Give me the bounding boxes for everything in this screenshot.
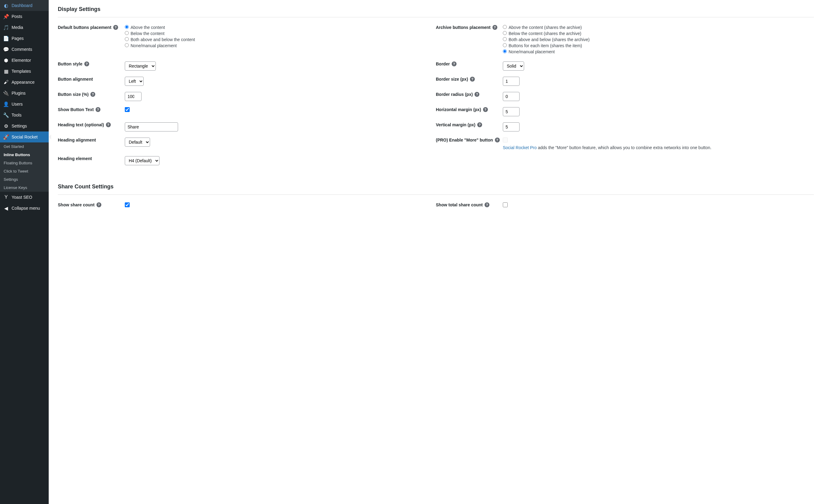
sidebar-item-settings[interactable]: ⚙Settings (0, 121, 49, 132)
help-icon[interactable]: ? (106, 122, 111, 127)
sidebar-item-comments[interactable]: 💬Comments (0, 44, 49, 55)
sidebar-item-label: Users (12, 102, 23, 107)
sidebar-item-label: Social Rocket (12, 135, 38, 139)
radio-archive-both[interactable] (503, 37, 507, 41)
radio-below-content[interactable] (125, 31, 129, 35)
label-enable-more: (PRO) Enable "More" button (436, 138, 493, 142)
help-icon[interactable]: ? (84, 61, 89, 66)
brush-icon: 🖌 (3, 79, 9, 85)
label-heading-text: Heading text (optional) (58, 122, 104, 127)
select-button-alignment[interactable]: Left (125, 77, 144, 86)
checkbox-show-total-share-count[interactable] (503, 202, 508, 207)
main-content: Display Settings Default buttons placeme… (49, 0, 823, 504)
input-border-radius[interactable] (503, 92, 519, 101)
radio-archive-above[interactable] (503, 25, 507, 29)
submenu-license-keys[interactable]: License Keys (0, 183, 49, 192)
submenu-inline-buttons[interactable]: Inline Buttons (0, 151, 49, 159)
media-icon: 🎵 (3, 24, 9, 30)
sidebar-item-label: Posts (12, 14, 22, 19)
comment-icon: 💬 (3, 46, 9, 52)
sidebar-item-tools[interactable]: 🔧Tools (0, 110, 49, 121)
sidebar-item-users[interactable]: 👤Users (0, 99, 49, 110)
label-show-share-count: Show share count (58, 202, 95, 207)
sidebar-item-dashboard[interactable]: ◐Dashboard (0, 0, 49, 11)
help-icon[interactable]: ? (495, 138, 500, 142)
sidebar-item-label: Appearance (12, 80, 35, 85)
help-icon[interactable]: ? (97, 202, 101, 207)
submenu-label: Inline Buttons (4, 153, 30, 157)
label-default-placement: Default buttons placement (58, 25, 112, 30)
label-vertical-margin: Vertical margin (px) (436, 122, 475, 127)
sidebar-item-plugins[interactable]: 🔌Plugins (0, 88, 49, 99)
radio-archive-none[interactable] (503, 49, 507, 53)
radio-archive-below[interactable] (503, 31, 507, 35)
submenu-get-started[interactable]: Get Started (0, 142, 49, 151)
section-title-display: Display Settings (58, 6, 814, 17)
submenu-settings[interactable]: Settings (0, 175, 49, 183)
label-border-radius: Border radius (px) (436, 92, 473, 97)
label-button-size: Button size (%) (58, 92, 89, 97)
checkbox-show-share-count[interactable] (125, 202, 130, 207)
gear-icon: ⚙ (3, 123, 9, 129)
submenu-label: Settings (4, 177, 18, 182)
sidebar-item-label: Dashboard (12, 3, 33, 8)
sidebar-item-templates[interactable]: ▦Templates (0, 66, 49, 77)
label-border-size: Border size (px) (436, 77, 468, 81)
checkbox-show-button-text[interactable] (125, 107, 130, 112)
sidebar-item-social-rocket[interactable]: 🚀Social Rocket (0, 132, 49, 142)
submenu-floating-buttons[interactable]: Floating Buttons (0, 159, 49, 167)
sidebar-item-appearance[interactable]: 🖌Appearance (0, 77, 49, 88)
select-heading-alignment[interactable]: Default (125, 138, 150, 147)
input-button-size[interactable] (125, 92, 142, 101)
sidebar-item-label: Yoast SEO (12, 195, 32, 200)
sidebar-item-posts[interactable]: 📌Posts (0, 11, 49, 22)
help-icon[interactable]: ? (470, 77, 475, 81)
help-icon[interactable]: ? (91, 92, 95, 97)
sidebar-item-yoast-seo[interactable]: YYoast SEO (0, 192, 49, 203)
help-icon[interactable]: ? (96, 107, 101, 112)
sidebar-item-label: Plugins (12, 91, 26, 96)
page-icon: 📄 (3, 35, 9, 41)
section-title-share-count: Share Count Settings (58, 183, 814, 195)
sidebar-item-label: Tools (12, 113, 22, 118)
templates-icon: ▦ (3, 68, 9, 74)
help-icon[interactable]: ? (452, 61, 457, 66)
elementor-icon: ⬢ (3, 57, 9, 63)
label-button-alignment: Button alignment (58, 77, 93, 81)
pro-link[interactable]: Social Rocket Pro (503, 145, 537, 150)
submenu-social-rocket: Get Started Inline Buttons Floating Butt… (0, 142, 49, 192)
help-icon[interactable]: ? (113, 25, 118, 30)
collapse-icon: ◀ (3, 205, 9, 211)
help-icon[interactable]: ? (485, 202, 489, 207)
sidebar-item-elementor[interactable]: ⬢Elementor (0, 55, 49, 66)
label-horizontal-margin: Horizontal margin (px) (436, 107, 481, 112)
help-icon[interactable]: ? (475, 92, 479, 97)
select-heading-element[interactable]: H4 (Default) (125, 156, 159, 165)
sidebar-item-label: Elementor (12, 58, 31, 63)
default-placement-group: Above the content Below the content Both… (125, 25, 436, 55)
radio-archive-each[interactable] (503, 43, 507, 47)
help-icon[interactable]: ? (483, 107, 488, 112)
input-vertical-margin[interactable] (503, 122, 519, 132)
radio-above-content[interactable] (125, 25, 129, 29)
input-border-size[interactable] (503, 77, 519, 86)
sidebar-item-label: Comments (12, 47, 32, 52)
help-icon[interactable]: ? (492, 25, 497, 30)
sidebar-item-media[interactable]: 🎵Media (0, 22, 49, 33)
sidebar-item-label: Pages (12, 36, 24, 41)
label-button-style: Button style (58, 61, 83, 66)
sidebar-item-collapse[interactable]: ◀Collapse menu (0, 203, 49, 214)
help-icon[interactable]: ? (477, 122, 482, 127)
input-heading-text[interactable] (125, 122, 178, 132)
pro-description: Social Rocket Pro adds the "More" button… (503, 145, 814, 150)
label-border: Border (436, 61, 450, 66)
sidebar-item-pages[interactable]: 📄Pages (0, 33, 49, 44)
radio-none-content[interactable] (125, 43, 129, 47)
label-show-total-share-count: Show total share count (436, 202, 483, 207)
select-border[interactable]: Solid (503, 61, 524, 70)
user-icon: 👤 (3, 101, 9, 107)
radio-both-content[interactable] (125, 37, 129, 41)
select-button-style[interactable]: Rectangle (125, 61, 156, 70)
input-horizontal-margin[interactable] (503, 107, 519, 116)
submenu-click-to-tweet[interactable]: Click to Tweet (0, 167, 49, 175)
